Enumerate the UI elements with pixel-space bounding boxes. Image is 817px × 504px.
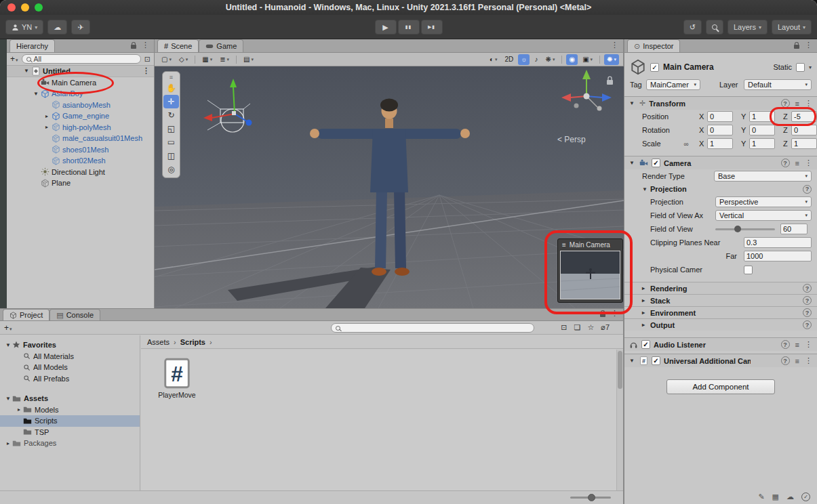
component-menu-icon[interactable]: ⋮ bbox=[805, 99, 812, 108]
projection-dropdown[interactable]: Perspective▾ bbox=[715, 196, 812, 207]
component-menu-icon[interactable]: ⋮ bbox=[805, 159, 812, 167]
asset-grid[interactable]: PlayerMove bbox=[141, 350, 616, 490]
project-scrollbar[interactable] bbox=[616, 350, 623, 490]
foldout-icon[interactable]: ▼ bbox=[22, 68, 31, 74]
hierarchy-item-plane[interactable]: Plane bbox=[7, 177, 154, 189]
scene-viewport[interactable]: < Persp ≡ ✋ ✛ ↻ ◱ ▭ ◫ ◎ ≡ Main Camera bbox=[155, 66, 624, 308]
physical-camera-checkbox[interactable] bbox=[744, 266, 753, 274]
tab-project[interactable]: Project bbox=[3, 309, 49, 320]
pivot-mode-button[interactable]: ◇▾ bbox=[176, 54, 191, 65]
pause-button[interactable]: ▮▮ bbox=[398, 20, 420, 35]
rendering-foldout[interactable]: ▸ Rendering ? bbox=[624, 282, 817, 294]
tree-item-models[interactable]: ▸ Models bbox=[0, 404, 140, 416]
lock-icon[interactable] bbox=[600, 313, 605, 317]
camera-component-header[interactable]: ▼ ✓ Camera ? ≡ ⋮ bbox=[624, 156, 817, 169]
foldout-icon[interactable]: ▼ bbox=[31, 91, 41, 97]
presets-icon[interactable]: ≡ bbox=[795, 159, 799, 167]
position-x-field[interactable]: 0 bbox=[707, 111, 733, 122]
help-icon[interactable]: ? bbox=[803, 284, 812, 293]
object-name-field[interactable]: Main Camera bbox=[663, 62, 714, 72]
lighting-toggle-button[interactable]: ☼ bbox=[518, 54, 530, 65]
rotation-x-field[interactable]: 0 bbox=[707, 125, 733, 135]
gizmos-button[interactable]: ✺▾ bbox=[604, 54, 619, 65]
2d-toggle-button[interactable]: 2D bbox=[502, 54, 517, 65]
hierarchy-item-directional-light[interactable]: Directional Light bbox=[7, 167, 154, 178]
projection-section-header[interactable]: ▼ Projection ? bbox=[624, 183, 817, 195]
search-by-label-icon[interactable]: ❏ bbox=[574, 323, 581, 332]
help-icon[interactable]: ? bbox=[781, 99, 790, 108]
breadcrumb-root[interactable]: Assets bbox=[147, 338, 170, 346]
layers-dropdown[interactable]: Layers ▾ bbox=[728, 20, 768, 35]
tab-inspector[interactable]: ⊙ Inspector bbox=[627, 39, 680, 52]
hierarchy-item-asianboy[interactable]: ▼ AsianBoy bbox=[7, 88, 154, 100]
help-icon[interactable]: ? bbox=[781, 159, 790, 167]
transform-component-header[interactable]: ▼ ✛ Transform ? ≡ ⋮ bbox=[624, 96, 817, 110]
cloud-button[interactable]: ☁ bbox=[47, 20, 67, 35]
save-search-icon[interactable]: ☆ bbox=[587, 323, 594, 332]
asset-playermove[interactable]: PlayerMove bbox=[155, 358, 199, 399]
active-checkbox[interactable]: ✓ bbox=[650, 63, 659, 72]
slider-knob[interactable] bbox=[588, 494, 595, 501]
tree-item-scripts[interactable]: Scripts bbox=[0, 415, 140, 427]
scale-z-field[interactable]: 1 bbox=[791, 138, 817, 149]
component-menu-icon[interactable]: ⋮ bbox=[805, 340, 812, 349]
additional-camera-header[interactable]: ▼ ✓ Universal Additional Camer ? ≡ ⋮ bbox=[624, 354, 817, 367]
hierarchy-picker-icon[interactable]: ⊡ bbox=[144, 55, 151, 64]
foldout-icon[interactable]: ▼ bbox=[629, 160, 636, 166]
grid-visibility-button[interactable]: ▦▾ bbox=[199, 54, 215, 65]
tab-console[interactable]: ▤ Console bbox=[49, 309, 100, 320]
tree-item-all-prefabs[interactable]: All Prefabs bbox=[0, 373, 140, 385]
tab-hierarchy[interactable]: Hierarchy bbox=[9, 39, 55, 52]
scale-x-field[interactable]: 1 bbox=[707, 138, 733, 149]
slider-knob[interactable] bbox=[734, 226, 741, 232]
foldout-icon[interactable]: ▼ bbox=[4, 342, 12, 348]
additional-camera-checkbox[interactable]: ✓ bbox=[652, 356, 660, 365]
hierarchy-item-main-camera[interactable]: Main Camera bbox=[7, 77, 154, 89]
fov-slider[interactable] bbox=[715, 228, 775, 230]
version-control-button[interactable]: ✈ bbox=[71, 20, 89, 35]
hierarchy-item-asianboymesh[interactable]: asianboyMesh bbox=[7, 100, 154, 111]
hierarchy-item-game-engine[interactable]: ▸ Game_engine bbox=[7, 110, 154, 122]
lock-icon[interactable] bbox=[131, 45, 136, 49]
rect-tool-button[interactable]: ▭ bbox=[163, 135, 179, 149]
foldout-icon[interactable]: ▸ bbox=[42, 113, 52, 119]
hierarchy-item-scene[interactable]: ▼ Untitled ⋮ bbox=[7, 66, 154, 77]
status-check-icon[interactable]: ✓ bbox=[801, 492, 810, 501]
foldout-icon[interactable]: ▸ bbox=[15, 406, 23, 413]
help-icon[interactable]: ? bbox=[781, 356, 790, 365]
custom-tool-button[interactable]: ◎ bbox=[163, 163, 179, 176]
tab-scene[interactable]: # Scene bbox=[157, 39, 199, 52]
status-pen-icon[interactable]: ✎ bbox=[758, 492, 764, 501]
foldout-icon[interactable]: ▼ bbox=[629, 358, 636, 364]
audio-listener-header[interactable]: ✓ Audio Listener ? ≡ ⋮ bbox=[624, 337, 817, 351]
draw-mode-button[interactable]: ◐▾ bbox=[487, 54, 500, 65]
position-z-field[interactable]: -5 bbox=[791, 111, 817, 122]
constrain-proportions-icon[interactable]: ∞ bbox=[681, 140, 691, 148]
fov-axis-dropdown[interactable]: Vertical▾ bbox=[715, 210, 812, 221]
tree-item-packages[interactable]: ▸ Packages bbox=[0, 438, 140, 449]
hierarchy-search-input[interactable]: All bbox=[22, 54, 141, 64]
static-checkbox[interactable] bbox=[796, 63, 805, 72]
foldout-icon[interactable]: ▸ bbox=[4, 440, 12, 446]
near-clip-field[interactable]: 0.3 bbox=[744, 237, 812, 248]
hidden-packages-toggle[interactable]: ⌀7 bbox=[601, 323, 610, 332]
hierarchy-item-highpolymesh[interactable]: ▸ high-polyMesh bbox=[7, 122, 154, 133]
measure-tool-button[interactable]: ▤▾ bbox=[241, 54, 256, 65]
scene-menu-icon[interactable]: ⋮ bbox=[142, 66, 150, 75]
help-icon[interactable]: ? bbox=[803, 296, 812, 305]
perspective-label[interactable]: < Persp bbox=[557, 135, 586, 144]
snap-settings-button[interactable]: ≣▾ bbox=[217, 54, 232, 65]
hierarchy-item-shoes01mesh[interactable]: shoes01Mesh bbox=[7, 144, 154, 156]
scale-y-field[interactable]: 1 bbox=[749, 138, 775, 149]
step-button[interactable]: ▶▮ bbox=[421, 20, 443, 35]
project-search-input[interactable] bbox=[331, 323, 534, 333]
hierarchy-item-short02mesh[interactable]: short02Mesh bbox=[7, 155, 154, 167]
panel-menu-icon[interactable]: ⋮ bbox=[611, 309, 618, 318]
transform-tool-button[interactable]: ◫ bbox=[163, 149, 179, 163]
tree-item-assets[interactable]: ▼ Assets bbox=[0, 393, 140, 404]
panel-menu-icon[interactable]: ⋮ bbox=[611, 41, 618, 49]
camera-preview-window[interactable]: ≡ Main Camera bbox=[557, 238, 623, 303]
foldout-icon[interactable]: ▼ bbox=[629, 100, 636, 106]
presets-icon[interactable]: ≡ bbox=[795, 341, 799, 349]
panel-menu-icon[interactable]: ⋮ bbox=[142, 41, 149, 49]
